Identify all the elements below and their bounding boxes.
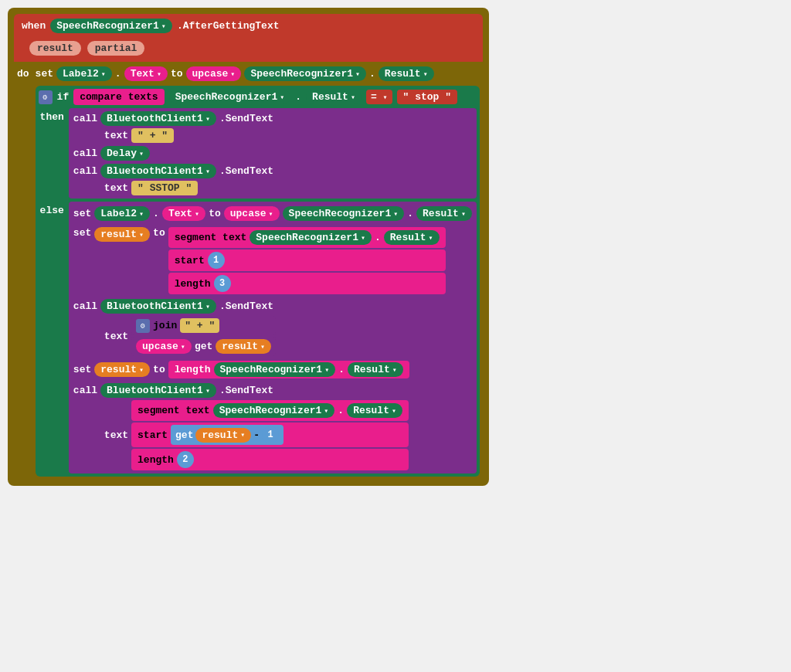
set-label2-text-row: set Label2 . Text to upcase SpeechRecogn… [36, 65, 480, 83]
to-kw-result: to [153, 227, 165, 239]
param-partial: partial [87, 41, 145, 56]
get-kw: get [195, 341, 212, 352]
else-dot2: . [407, 208, 413, 219]
else-label2-component[interactable]: Label2 [94, 206, 150, 221]
then-section: then call BluetoothClient1 .SendText [39, 108, 477, 199]
segment-text-label-1: segment text [175, 232, 247, 243]
seg-speech-component[interactable]: SpeechRecognizer1 [250, 230, 372, 245]
segment-block-2: segment text SpeechRecognizer1 . Result … [131, 400, 409, 470]
sendtext-method-1: .SendText [219, 113, 273, 124]
else-set-text: set Label2 . Text to upcase SpeechRecogn… [73, 205, 472, 222]
segment-header-2: segment text SpeechRecognizer1 . Result [131, 400, 409, 421]
segment-block-1: segment text SpeechRecognizer1 . Result … [168, 227, 446, 294]
set-kw-result: set [73, 227, 91, 239]
else-result-prop[interactable]: Result [416, 206, 472, 221]
set-kw: set [36, 68, 53, 80]
call-bt-segment2: call BluetoothClient1 .SendText text seg… [73, 383, 472, 470]
call-param-seg2: text segment text SpeechRecognizer1 . Re… [73, 400, 409, 470]
get-result-var[interactable]: result [216, 339, 271, 354]
minus-op: - [253, 429, 260, 441]
text-value-1: " + " [131, 128, 174, 143]
len-result-prop[interactable]: Result [348, 362, 403, 377]
to-kw: to [171, 68, 183, 80]
text-value-2: " SSTOP " [131, 181, 198, 195]
seg2-result-prop[interactable]: Result [347, 403, 402, 418]
start-val-1: 1 [208, 252, 225, 269]
call-param-join: text ⚙ join " + " upcase [73, 316, 276, 356]
call-kw-1: call [73, 113, 97, 124]
compare-texts-label: compare texts [80, 91, 158, 103]
else-dot1: . [153, 208, 159, 219]
join-upcase[interactable]: upcase [136, 339, 192, 354]
else-speech-src[interactable]: SpeechRecognizer1 [283, 206, 405, 221]
seg2-speech-component[interactable]: SpeechRecognizer1 [213, 403, 335, 418]
join-header: ⚙ join " + " [131, 316, 276, 335]
speech-recognizer1-src[interactable]: SpeechRecognizer1 [244, 66, 366, 81]
result-var[interactable]: result [94, 227, 150, 242]
join-block: ⚙ join " + " upcase get result [131, 316, 276, 356]
bt-component-1[interactable]: BluetoothClient1 [100, 111, 216, 126]
len-dot: . [338, 364, 345, 375]
join-upcase-row: upcase get result [131, 337, 276, 356]
dot2: . [369, 68, 375, 80]
event-name: .AfterGettingText [177, 20, 280, 32]
else-section: else set Label2 . Text to upcase SpeechR… [39, 202, 477, 473]
text-label-join: text [104, 331, 128, 342]
cmp-result-property[interactable]: Result [306, 90, 362, 104]
if-kw: if [57, 91, 70, 103]
join-kw: join [153, 320, 177, 331]
seg-result-prop[interactable]: Result [384, 230, 440, 245]
do-section: do set Label2 . Text to upcase SpeechRec… [14, 62, 483, 480]
speech-recognizer-component[interactable]: SpeechRecognizer1 [50, 19, 172, 33]
if-header: ⚙ if compare texts SpeechRecognizer1 . R… [39, 89, 477, 105]
result-var-len[interactable]: result [94, 362, 150, 377]
call-bt-sendtext-2: call BluetoothClient1 .SendText text " S… [73, 164, 472, 195]
join-val1: " + " [180, 318, 219, 333]
call-seg2-header: call BluetoothClient1 .SendText [73, 383, 273, 398]
join-gear-icon[interactable]: ⚙ [136, 319, 150, 333]
call-param-text-2: text " SSTOP " [73, 181, 198, 195]
do-content: set Label2 . Text to upcase SpeechRecogn… [32, 62, 483, 480]
call-kw-seg2: call [73, 385, 97, 396]
start-expr: get result - 1 [171, 425, 283, 445]
to-kw-len: to [153, 364, 165, 375]
call-bt-join: call BluetoothClient1 .SendText text ⚙ [73, 299, 472, 356]
segment-text-label-2: segment text [137, 405, 210, 416]
label2-component[interactable]: Label2 [56, 66, 112, 81]
call-kw-2: call [73, 165, 97, 177]
seg2-dot: . [338, 405, 344, 416]
minus-val: 1 [262, 426, 279, 443]
else-content: set Label2 . Text to upcase SpeechRecogn… [69, 202, 477, 473]
length-val-2: 2 [177, 451, 194, 468]
else-text-property[interactable]: Text [162, 206, 205, 221]
length-kw: length [175, 364, 211, 375]
compare-texts-block: compare texts [73, 89, 164, 105]
text-property[interactable]: Text [124, 66, 168, 81]
length-fn: length SpeechRecognizer1 . Result [168, 361, 409, 378]
call-kw-join: call [73, 300, 97, 312]
sendtext-method-2: .SendText [219, 165, 273, 177]
dot1: . [115, 68, 121, 80]
eq-operator[interactable]: = [366, 90, 392, 104]
call-delay-header: call Delay [73, 146, 150, 161]
call-header-2: call BluetoothClient1 .SendText [73, 164, 273, 178]
len-speech-component[interactable]: SpeechRecognizer1 [214, 362, 336, 377]
segment-start-2: start get result - 1 [131, 423, 409, 447]
call-kw-delay: call [73, 148, 97, 159]
bt-component-join[interactable]: BluetoothClient1 [100, 299, 216, 314]
else-label: else [39, 202, 66, 473]
cmp-speech-component[interactable]: SpeechRecognizer1 [169, 90, 291, 104]
get-kw-2: get [175, 429, 193, 441]
cmp-dot: . [295, 91, 301, 103]
get-result-var2[interactable]: result [195, 428, 251, 443]
bt-component-2[interactable]: BluetoothClient1 [100, 164, 216, 178]
call-delay: call Delay [73, 146, 472, 161]
delay-component[interactable]: Delay [100, 146, 150, 161]
if-container: ⚙ if compare texts SpeechRecognizer1 . R… [36, 86, 480, 477]
gear-icon[interactable]: ⚙ [39, 90, 53, 104]
upcase-fn[interactable]: upcase [186, 66, 242, 81]
call-header-1: call BluetoothClient1 .SendText [73, 111, 273, 126]
bt-component-seg2[interactable]: BluetoothClient1 [100, 383, 216, 398]
result-property[interactable]: Result [379, 66, 434, 81]
else-upcase-fn[interactable]: upcase [224, 206, 280, 221]
